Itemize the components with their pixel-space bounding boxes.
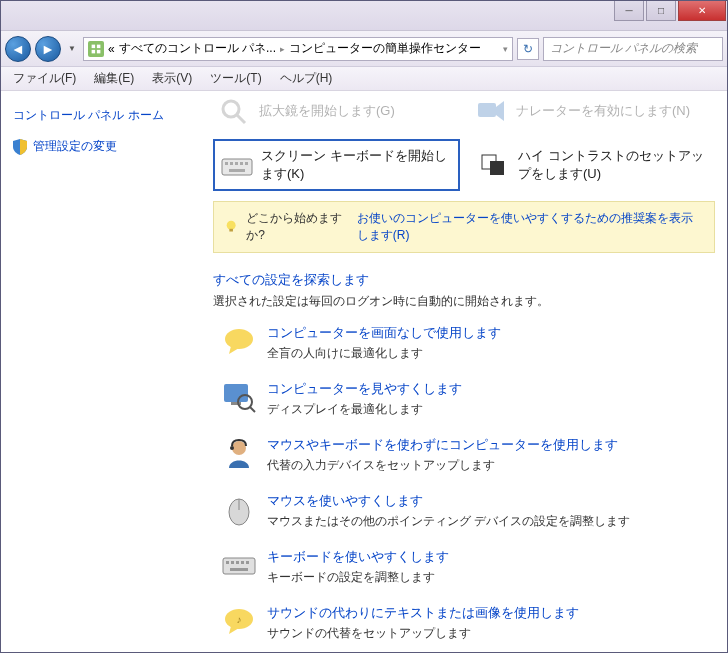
- control-panel-icon: [88, 41, 104, 57]
- quick-narrator[interactable]: ナレーターを有効にします(N): [470, 91, 715, 131]
- opt-mouse-desc: マウスまたはその他のポインティング デバイスの設定を調整します: [267, 513, 630, 530]
- monitor-magnify-icon: [221, 380, 257, 416]
- hint-recommendations-link[interactable]: お使いのコンピューターを使いやすくするための推奨案を表示します(R): [357, 210, 704, 244]
- svg-rect-34: [230, 568, 248, 571]
- svg-rect-3: [92, 49, 96, 53]
- svg-rect-16: [490, 161, 504, 175]
- opt-display-title: コンピューターを見やすくします: [267, 380, 462, 398]
- svg-rect-18: [229, 229, 233, 232]
- sound-bubble-icon: ♪: [221, 604, 257, 640]
- lightbulb-icon: [224, 219, 238, 235]
- maximize-button[interactable]: □: [646, 1, 676, 21]
- contrast-icon: [478, 151, 510, 179]
- svg-rect-2: [97, 44, 101, 48]
- svg-rect-10: [230, 162, 233, 165]
- quick-magnifier[interactable]: 拡大鏡を開始します(G): [213, 91, 458, 131]
- quick-osk-label: スクリーン キーボードを開始します(K): [261, 147, 452, 183]
- minimize-button[interactable]: ─: [614, 1, 644, 21]
- opt-blind-desc: 全盲の人向けに最適化します: [267, 345, 501, 362]
- close-button[interactable]: ✕: [678, 1, 726, 21]
- content-body: コントロール パネル ホーム 管理設定の変更 拡大鏡を開始します(G): [1, 91, 727, 652]
- opt-mouse-title: マウスを使いやすくします: [267, 492, 630, 510]
- address-dropdown-icon[interactable]: ▾: [503, 44, 508, 54]
- narrator-icon: [476, 97, 508, 125]
- address-prefix: «: [108, 42, 115, 56]
- menu-file[interactable]: ファイル(F): [5, 68, 84, 89]
- sidebar: コントロール パネル ホーム 管理設定の変更: [1, 91, 201, 652]
- opt-altinput-title: マウスやキーボードを使わずにコンピューターを使用します: [267, 436, 618, 454]
- refresh-button[interactable]: ↻: [517, 38, 539, 60]
- opt-sound-desc: サウンドの代替をセットアップします: [267, 625, 579, 642]
- quick-narrator-label: ナレーターを有効にします(N): [516, 102, 690, 120]
- svg-rect-12: [240, 162, 243, 165]
- quick-magnifier-label: 拡大鏡を開始します(G): [259, 102, 395, 120]
- svg-point-17: [227, 221, 236, 230]
- opt-mouse[interactable]: マウスを使いやすくします マウスまたはその他のポインティング デバイスの設定を調…: [213, 492, 715, 530]
- titlebar: ─ □ ✕: [1, 1, 727, 31]
- menu-tools[interactable]: ツール(T): [202, 68, 269, 89]
- quick-onscreen-keyboard[interactable]: スクリーン キーボードを開始します(K): [213, 139, 460, 191]
- svg-point-24: [232, 441, 246, 455]
- svg-text:♪: ♪: [237, 614, 242, 625]
- menu-bar: ファイル(F) 編集(E) 表示(V) ツール(T) ヘルプ(H): [1, 67, 727, 91]
- breadcrumb-separator-icon: ▸: [280, 44, 285, 54]
- speech-bubble-icon: [221, 324, 257, 360]
- main-content: 拡大鏡を開始します(G) ナレーターを有効にします(N) スクリーン キーボード…: [201, 91, 727, 652]
- svg-rect-9: [225, 162, 228, 165]
- svg-rect-4: [97, 49, 101, 53]
- menu-edit[interactable]: 編集(E): [86, 68, 142, 89]
- breadcrumb-all-control-panel[interactable]: すべてのコントロール パネ...: [119, 40, 276, 57]
- back-button[interactable]: ◄: [5, 36, 31, 62]
- search-input[interactable]: コントロール パネルの検索: [543, 37, 723, 61]
- svg-line-6: [237, 115, 245, 123]
- opt-blind-title: コンピューターを画面なしで使用します: [267, 324, 501, 342]
- svg-rect-14: [229, 169, 245, 172]
- sidebar-admin-settings[interactable]: 管理設定の変更: [13, 138, 189, 155]
- opt-blind[interactable]: コンピューターを画面なしで使用します 全盲の人向けに最適化します: [213, 324, 715, 362]
- opt-display[interactable]: コンピューターを見やすくします ディスプレイを最適化します: [213, 380, 715, 418]
- nav-toolbar: ◄ ► ▼ « すべてのコントロール パネ... ▸ コンピューターの簡単操作セ…: [1, 31, 727, 67]
- svg-rect-8: [222, 159, 252, 175]
- explore-settings-title: すべての設定を探索します: [213, 271, 715, 289]
- quick-contrast-label: ハイ コントラストのセットアップをします(U): [518, 147, 709, 183]
- opt-sound-title: サウンドの代わりにテキストまたは画像を使用します: [267, 604, 579, 622]
- svg-rect-20: [224, 384, 248, 402]
- quick-high-contrast[interactable]: ハイ コントラストのセットアップをします(U): [472, 139, 715, 191]
- keyboard-opt-icon: [221, 548, 257, 584]
- svg-rect-11: [235, 162, 238, 165]
- explore-settings-sub: 選択された設定は毎回のログオン時に自動的に開始されます。: [213, 293, 715, 310]
- breadcrumb-ease-of-access[interactable]: コンピューターの簡単操作センター: [289, 40, 481, 57]
- forward-button[interactable]: ►: [35, 36, 61, 62]
- opt-display-desc: ディスプレイを最適化します: [267, 401, 462, 418]
- svg-line-23: [250, 407, 255, 412]
- svg-point-19: [225, 329, 253, 349]
- opt-no-mouse-keyboard[interactable]: マウスやキーボードを使わずにコンピューターを使用します 代替の入力デバイスをセッ…: [213, 436, 715, 474]
- menu-help[interactable]: ヘルプ(H): [272, 68, 341, 89]
- address-bar[interactable]: « すべてのコントロール パネ... ▸ コンピューターの簡単操作センター ▾: [83, 37, 513, 61]
- quick-row-2: スクリーン キーボードを開始します(K) ハイ コントラストのセットアップをしま…: [213, 139, 715, 191]
- svg-rect-28: [223, 558, 255, 574]
- mouse-icon: [221, 492, 257, 528]
- opt-altinput-desc: 代替の入力デバイスをセットアップします: [267, 457, 618, 474]
- keyboard-icon: [221, 151, 253, 179]
- svg-rect-31: [236, 561, 239, 564]
- opt-keyboard[interactable]: キーボードを使いやすくします キーボードの設定を調整します: [213, 548, 715, 586]
- opt-sound-alt[interactable]: ♪ サウンドの代わりにテキストまたは画像を使用します サウンドの代替をセットアッ…: [213, 604, 715, 642]
- opt-keyboard-title: キーボードを使いやすくします: [267, 548, 449, 566]
- nav-history-dropdown[interactable]: ▼: [65, 36, 79, 62]
- svg-rect-32: [241, 561, 244, 564]
- sidebar-control-panel-home[interactable]: コントロール パネル ホーム: [13, 107, 189, 124]
- sidebar-admin-label: 管理設定の変更: [33, 138, 117, 155]
- svg-rect-13: [245, 162, 248, 165]
- window: ─ □ ✕ ◄ ► ▼ « すべてのコントロール パネ... ▸ コンピューター…: [0, 0, 728, 653]
- shield-icon: [13, 139, 27, 155]
- svg-rect-33: [246, 561, 249, 564]
- svg-rect-7: [478, 103, 496, 117]
- person-headset-icon: [221, 436, 257, 472]
- hint-bar: どこから始めますか? お使いのコンピューターを使いやすくするための推奨案を表示し…: [213, 201, 715, 253]
- svg-rect-30: [231, 561, 234, 564]
- svg-rect-29: [226, 561, 229, 564]
- hint-question: どこから始めますか?: [246, 210, 348, 244]
- quick-row-1: 拡大鏡を開始します(G) ナレーターを有効にします(N): [213, 91, 715, 131]
- menu-view[interactable]: 表示(V): [144, 68, 200, 89]
